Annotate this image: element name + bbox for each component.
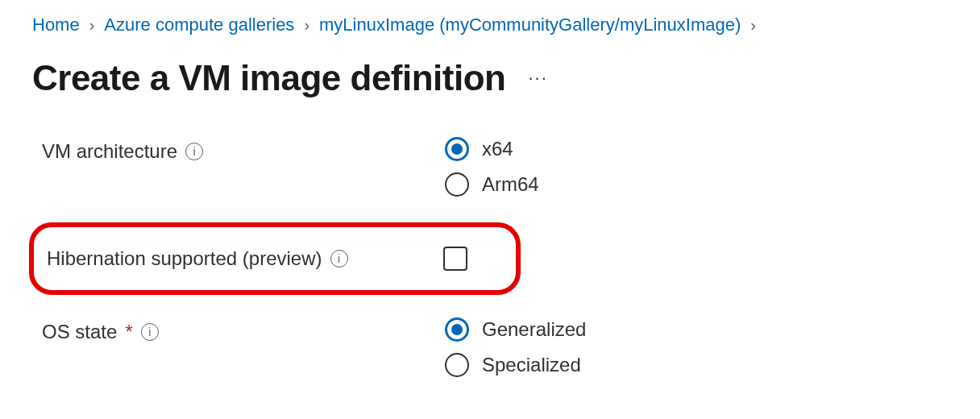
radio-x64[interactable]: x64: [445, 137, 539, 161]
hibernation-label: Hibernation supported (preview): [47, 247, 322, 270]
os-state-label: OS state: [42, 321, 117, 343]
field-os-state: OS state * i Generalized Specialized: [42, 317, 948, 377]
chevron-icon: ›: [750, 16, 756, 35]
radio-generalized[interactable]: Generalized: [445, 317, 586, 342]
more-actions-button[interactable]: ···: [528, 68, 547, 89]
field-vm-architecture: VM architecture i x64 Arm64: [42, 137, 948, 197]
form: VM architecture i x64 Arm64 Hibernation …: [32, 137, 948, 377]
radio-x64-label: x64: [482, 138, 513, 160]
radio-arm64[interactable]: Arm64: [445, 172, 539, 197]
radio-arm64-label: Arm64: [482, 173, 539, 196]
breadcrumb-image[interactable]: myLinuxImage (myCommunityGallery/myLinux…: [319, 15, 741, 35]
info-icon[interactable]: i: [330, 250, 348, 268]
info-icon[interactable]: i: [185, 143, 203, 160]
breadcrumb-home[interactable]: Home: [32, 15, 80, 35]
radio-icon: [445, 317, 469, 342]
radio-icon: [445, 172, 469, 197]
radio-icon: [445, 353, 469, 377]
chevron-icon: ›: [89, 16, 95, 35]
hibernation-checkbox[interactable]: [443, 247, 467, 271]
breadcrumb-galleries[interactable]: Azure compute galleries: [104, 15, 294, 35]
radio-specialized[interactable]: Specialized: [445, 353, 586, 377]
info-icon[interactable]: i: [141, 323, 159, 341]
chevron-icon: ›: [304, 16, 309, 35]
page-title: Create a VM image definition: [32, 58, 505, 98]
required-mark: *: [125, 321, 132, 343]
radio-specialized-label: Specialized: [482, 354, 581, 376]
radio-generalized-label: Generalized: [482, 318, 586, 341]
breadcrumb: Home › Azure compute galleries › myLinux…: [32, 15, 948, 35]
radio-icon: [445, 137, 469, 161]
vm-architecture-label: VM architecture: [42, 140, 177, 163]
field-hibernation-highlight: Hibernation supported (preview) i: [29, 222, 521, 295]
